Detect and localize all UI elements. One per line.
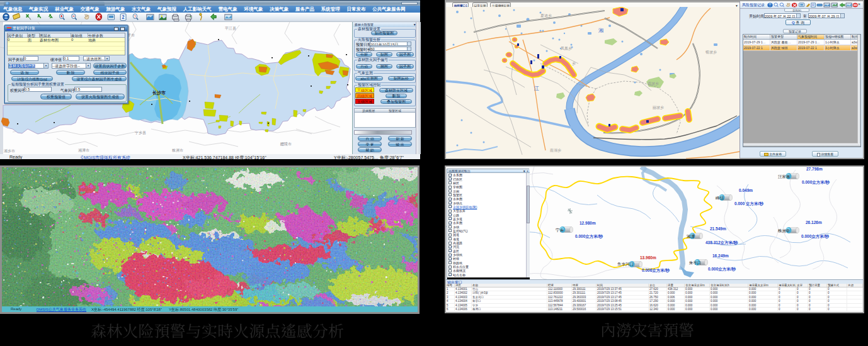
svg-text:12.980m: 12.980m [580, 221, 596, 225]
svg-text:湘潭市: 湘潭市 [78, 148, 89, 153]
svg-text:0.000立方米/秒: 0.000立方米/秒 [802, 180, 830, 185]
svg-text:0.049m: 0.049m [739, 188, 753, 193]
svg-text:乡: 乡 [572, 62, 576, 65]
svg-text:湘乡市: 湘乡市 [4, 148, 15, 153]
svg-text:0.000立方米/秒: 0.000立方米/秒 [801, 234, 830, 239]
svg-text:0.000立方米/秒: 0.000立方米/秒 [708, 267, 736, 272]
svg-text:R: R [812, 3, 814, 7]
svg-text:宁乡: 宁乡 [556, 228, 564, 233]
svg-text:银坡乡: 银坡乡 [705, 50, 717, 54]
svg-text:0.000立方米/秒: 0.000立方米/秒 [575, 234, 603, 239]
svg-text:汪家寨: 汪家寨 [778, 174, 791, 179]
svg-text:凤凰乡: 凤凰乡 [561, 47, 572, 50]
svg-text:夏迪乡: 夏迪乡 [540, 14, 552, 18]
svg-text:0.000 立方米/秒: 0.000 立方米/秒 [734, 201, 763, 206]
svg-text:16.249m: 16.249m [712, 254, 729, 258]
svg-text:27.798m: 27.798m [806, 167, 823, 171]
svg-text:26.126m: 26.126m [806, 220, 822, 225]
svg-text:江: 江 [534, 86, 539, 91]
svg-text:峰结: 峰结 [716, 196, 724, 201]
svg-text:株洲中: 株洲中 [777, 228, 791, 233]
svg-text:21.549m: 21.549m [710, 226, 726, 231]
svg-text:雨湖乡: 雨湖乡 [550, 148, 561, 152]
svg-text:438.312立方米/秒: 438.312立方米/秒 [705, 240, 738, 245]
